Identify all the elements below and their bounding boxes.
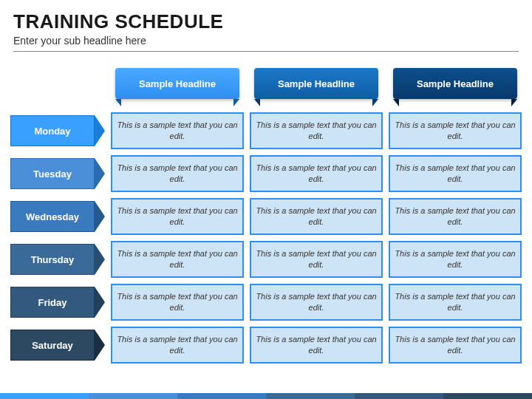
row-header-label: Saturday xyxy=(10,330,95,361)
schedule-cell[interactable]: This is a sample text that you can edit. xyxy=(250,198,383,235)
column-header-label: Sample Headline xyxy=(393,68,517,99)
row-header-label: Wednesday xyxy=(10,201,95,232)
schedule-cell[interactable]: This is a sample text that you can edit. xyxy=(250,155,383,192)
schedule-cell[interactable]: This is a sample text that you can edit. xyxy=(250,241,383,278)
schedule-cell[interactable]: This is a sample text that you can edit. xyxy=(389,284,522,321)
header-divider xyxy=(13,51,519,52)
schedule-cell[interactable]: This is a sample text that you can edit. xyxy=(389,241,522,278)
schedule-cell[interactable]: This is a sample text that you can edit. xyxy=(111,112,244,149)
schedule-cell[interactable]: This is a sample text that you can edit. xyxy=(389,155,522,192)
arrow-icon xyxy=(95,201,105,232)
slide-header: TRAINING SCHEDULE Enter your sub headlin… xyxy=(0,0,532,59)
row-header-label: Friday xyxy=(10,287,95,318)
row-header-friday[interactable]: Friday xyxy=(10,284,105,321)
ribbon-icon xyxy=(115,99,239,106)
column-header-label: Sample Headline xyxy=(115,68,239,99)
arrow-icon xyxy=(95,330,105,361)
schedule-cell[interactable]: This is a sample text that you can edit. xyxy=(250,327,383,364)
row-header-wednesday[interactable]: Wednesday xyxy=(10,198,105,235)
ribbon-icon xyxy=(393,99,517,106)
column-header-2[interactable]: Sample Headline xyxy=(250,68,383,106)
schedule-cell[interactable]: This is a sample text that you can edit. xyxy=(250,284,383,321)
arrow-icon xyxy=(95,115,105,146)
row-header-tuesday[interactable]: Tuesday xyxy=(10,155,105,192)
schedule-grid: Sample Headline Sample Headline Sample H… xyxy=(0,59,532,368)
schedule-cell[interactable]: This is a sample text that you can edit. xyxy=(111,284,244,321)
slide-title[interactable]: TRAINING SCHEDULE xyxy=(13,10,519,33)
column-header-3[interactable]: Sample Headline xyxy=(389,68,522,106)
row-header-label: Tuesday xyxy=(10,158,95,189)
schedule-cell[interactable]: This is a sample text that you can edit. xyxy=(389,198,522,235)
row-header-thursday[interactable]: Thursday xyxy=(10,241,105,278)
schedule-cell[interactable]: This is a sample text that you can edit. xyxy=(250,112,383,149)
grid-corner xyxy=(10,68,105,106)
schedule-cell[interactable]: This is a sample text that you can edit. xyxy=(389,327,522,364)
row-header-label: Monday xyxy=(10,115,95,146)
bottom-accent-bar xyxy=(0,393,532,399)
arrow-icon xyxy=(95,287,105,318)
schedule-cell[interactable]: This is a sample text that you can edit. xyxy=(111,241,244,278)
arrow-icon xyxy=(95,158,105,189)
row-header-monday[interactable]: Monday xyxy=(10,112,105,149)
schedule-cell[interactable]: This is a sample text that you can edit. xyxy=(111,198,244,235)
arrow-icon xyxy=(95,244,105,275)
column-header-1[interactable]: Sample Headline xyxy=(111,68,244,106)
schedule-cell[interactable]: This is a sample text that you can edit. xyxy=(111,327,244,364)
schedule-cell[interactable]: This is a sample text that you can edit. xyxy=(111,155,244,192)
row-header-label: Thursday xyxy=(10,244,95,275)
schedule-cell[interactable]: This is a sample text that you can edit. xyxy=(389,112,522,149)
slide-subtitle[interactable]: Enter your sub headline here xyxy=(13,35,519,47)
ribbon-icon xyxy=(254,99,378,106)
row-header-saturday[interactable]: Saturday xyxy=(10,327,105,364)
column-header-label: Sample Headline xyxy=(254,68,378,99)
